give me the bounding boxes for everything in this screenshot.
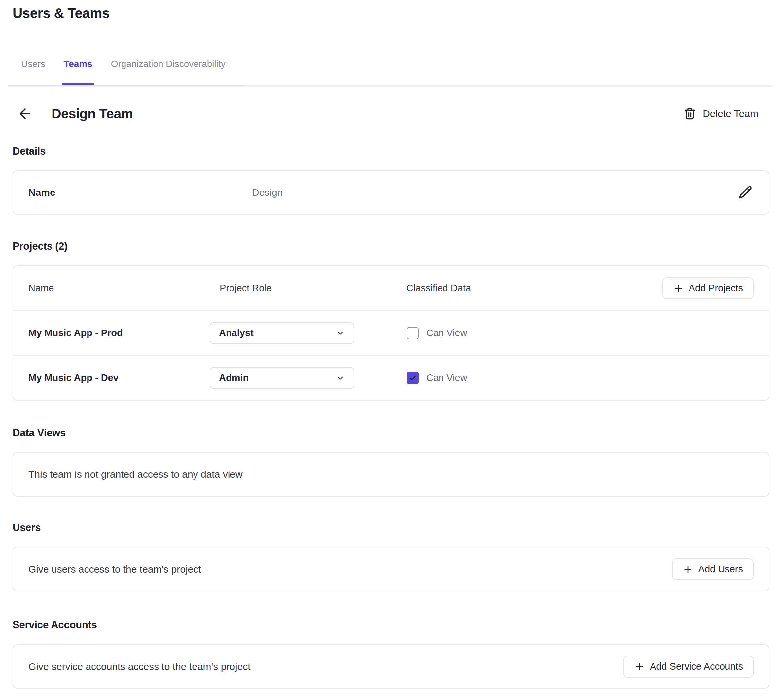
add-projects-label: Add Projects bbox=[689, 283, 743, 293]
project-role-select[interactable]: Analyst bbox=[210, 322, 354, 344]
projects-heading: Projects (2) bbox=[13, 240, 778, 252]
project-row: My Music App - Prod Analyst bbox=[13, 311, 769, 355]
service-accounts-message: Give service accounts access to the team… bbox=[28, 661, 251, 672]
page-title: Users & Teams bbox=[13, 5, 778, 21]
plus-icon bbox=[683, 564, 693, 575]
tab-bar: Users Teams Organization Discoverability bbox=[0, 57, 778, 87]
back-button[interactable] bbox=[17, 105, 34, 122]
tab-teams[interactable]: Teams bbox=[64, 57, 92, 87]
column-header-name: Name bbox=[28, 283, 210, 293]
project-role-value: Admin bbox=[219, 372, 249, 383]
tab-organization-discoverability[interactable]: Organization Discoverability bbox=[111, 57, 225, 87]
data-views-card: This team is not granted access to any d… bbox=[13, 452, 770, 497]
users-teams-page: Users & Teams Users Teams Organization D… bbox=[0, 5, 778, 700]
project-role-value: Analyst bbox=[219, 328, 253, 338]
add-users-button[interactable]: Add Users bbox=[672, 558, 753, 580]
team-header: Design Team Delete Team bbox=[17, 105, 758, 122]
team-title: Design Team bbox=[52, 106, 133, 122]
add-service-accounts-button[interactable]: Add Service Accounts bbox=[623, 656, 753, 678]
project-role-select[interactable]: Admin bbox=[210, 367, 354, 389]
plus-icon bbox=[673, 283, 683, 293]
column-header-classified-data: Classified Data bbox=[406, 283, 662, 293]
add-projects-button[interactable]: Add Projects bbox=[662, 277, 753, 299]
users-message: Give users access to the team's project bbox=[28, 563, 201, 575]
project-name: My Music App - Prod bbox=[28, 328, 210, 338]
check-icon bbox=[408, 374, 417, 382]
trash-icon bbox=[683, 107, 697, 120]
data-views-heading: Data Views bbox=[13, 427, 778, 439]
tabs-divider-segment bbox=[8, 85, 244, 86]
name-label: Name bbox=[28, 187, 252, 198]
arrow-left-icon bbox=[17, 106, 33, 122]
projects-header-row: Name Project Role Classified Data Add Pr… bbox=[13, 266, 769, 311]
can-view-checkbox[interactable] bbox=[406, 327, 419, 340]
can-view-label: Can View bbox=[426, 328, 467, 338]
name-value: Design bbox=[252, 187, 283, 198]
service-accounts-card: Give service accounts access to the team… bbox=[13, 644, 770, 689]
project-name: My Music App - Dev bbox=[28, 372, 210, 383]
column-header-project-role: Project Role bbox=[210, 283, 406, 293]
can-view-checkbox[interactable] bbox=[406, 372, 419, 384]
tab-users[interactable]: Users bbox=[21, 57, 45, 87]
users-heading: Users bbox=[13, 522, 778, 533]
project-row: My Music App - Dev Admin Ca bbox=[13, 355, 769, 400]
can-view-label: Can View bbox=[426, 372, 467, 383]
add-service-accounts-label: Add Service Accounts bbox=[650, 661, 743, 672]
service-accounts-heading: Service Accounts bbox=[13, 619, 778, 631]
delete-team-button[interactable]: Delete Team bbox=[683, 107, 758, 120]
projects-table: Name Project Role Classified Data Add Pr… bbox=[13, 265, 770, 400]
users-card: Give users access to the team's project … bbox=[13, 547, 770, 592]
chevron-down-icon bbox=[336, 373, 345, 383]
add-users-label: Add Users bbox=[698, 563, 743, 575]
details-heading: Details bbox=[13, 145, 778, 157]
chevron-down-icon bbox=[336, 328, 345, 338]
data-views-empty-message: This team is not granted access to any d… bbox=[28, 469, 243, 480]
plus-icon bbox=[634, 662, 645, 672]
delete-team-label: Delete Team bbox=[703, 108, 758, 119]
edit-name-button[interactable] bbox=[737, 184, 753, 201]
details-card: Name Design bbox=[13, 170, 770, 215]
pencil-icon bbox=[738, 185, 753, 200]
